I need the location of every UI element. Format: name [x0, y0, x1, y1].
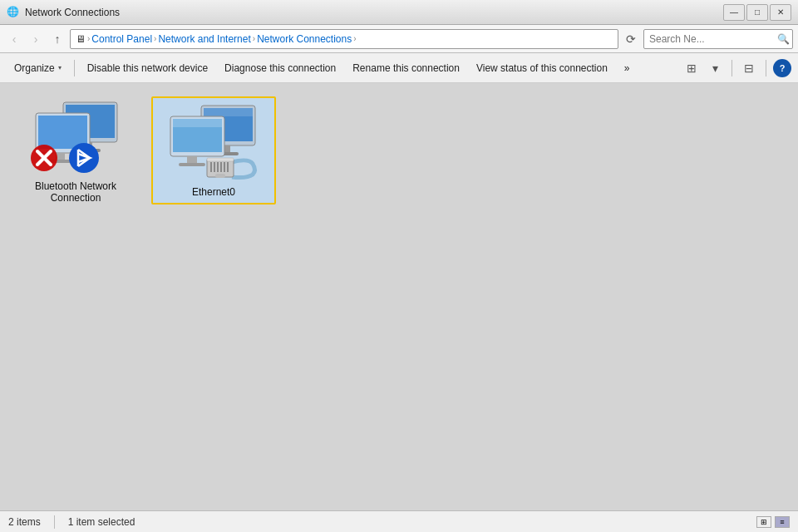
search-input[interactable] [649, 33, 774, 45]
disable-label: Disable this network device [87, 62, 208, 74]
rename-label: Rename this connection [352, 62, 460, 74]
view-status-button[interactable]: View status of this connection [469, 57, 615, 79]
toolbar-separator-2 [732, 60, 732, 76]
search-icon: 🔍 [777, 33, 790, 45]
title-controls: — □ ✕ [723, 4, 791, 21]
svg-rect-25 [214, 162, 215, 172]
view-change-button[interactable]: ⊞ [682, 58, 702, 78]
selection-status: 1 item selected [68, 516, 135, 528]
status-bar: 2 items 1 item selected ⊞ ≡ [0, 510, 798, 532]
toolbar-separator-1 [74, 60, 75, 76]
preview-pane-button[interactable]: ⊟ [739, 58, 759, 78]
bluetooth-network-icon [26, 98, 126, 177]
forward-button[interactable]: › [27, 30, 45, 48]
large-icons-view-button[interactable]: ⊞ [756, 516, 771, 528]
svg-rect-26 [217, 162, 219, 172]
diagnose-label: Diagnose this connection [224, 62, 336, 74]
svg-rect-20 [173, 119, 222, 127]
maximize-button[interactable]: □ [746, 4, 768, 21]
svg-rect-24 [210, 162, 212, 172]
minimize-button[interactable]: — [723, 4, 745, 21]
svg-rect-27 [220, 162, 222, 172]
svg-rect-31 [215, 174, 225, 178]
view-status-label: View status of this connection [476, 62, 608, 74]
organize-chevron: ▾ [58, 64, 62, 71]
status-separator [54, 515, 55, 529]
bluetooth-label: Bluetooth Network Connection [20, 180, 131, 204]
toolbar-separator-3 [766, 60, 766, 76]
window-title: Network Connections [25, 7, 120, 18]
bluetooth-item[interactable]: Bluetooth Network Connection [13, 96, 138, 204]
svg-rect-15 [204, 108, 253, 116]
svg-rect-28 [224, 162, 225, 172]
help-button[interactable]: ? [773, 59, 791, 77]
diagnose-button[interactable]: Diagnose this connection [217, 57, 343, 79]
network-internet-link[interactable]: Network and Internet [158, 33, 250, 45]
more-label: » [624, 62, 630, 74]
title-bar: 🌐 Network Connections — □ ✕ [0, 0, 798, 25]
svg-rect-21 [187, 156, 197, 163]
ethernet-icon [164, 104, 264, 183]
window-icon: 🌐 [7, 6, 20, 19]
search-box[interactable]: 🔍 [643, 29, 793, 49]
ethernet-item[interactable]: Ethernet0 [151, 96, 276, 204]
view-dropdown-button[interactable]: ▾ [705, 58, 725, 78]
organize-button[interactable]: Organize ▾ [7, 57, 69, 79]
small-icons-view-button[interactable]: ≡ [775, 516, 790, 528]
path-icon: 🖥 [76, 33, 86, 45]
toolbar: Organize ▾ Disable this network device D… [0, 53, 798, 83]
network-connections-link[interactable]: Network Connections [257, 33, 352, 45]
disable-network-button[interactable]: Disable this network device [80, 57, 215, 79]
address-path[interactable]: 🖥 › Control Panel › Network and Internet… [70, 29, 618, 49]
refresh-button[interactable]: ⟳ [622, 30, 640, 48]
organize-label: Organize [14, 62, 55, 74]
svg-rect-30 [207, 158, 234, 161]
address-bar: ‹ › ↑ 🖥 › Control Panel › Network and In… [0, 25, 798, 53]
rename-button[interactable]: Rename this connection [345, 57, 467, 79]
control-panel-link[interactable]: Control Panel [91, 33, 152, 45]
bluetooth-icon-area [26, 98, 126, 177]
svg-rect-29 [227, 162, 229, 172]
item-count: 2 items [8, 516, 41, 528]
toolbar-right: ⊞ ▾ ⊟ ? [682, 58, 791, 78]
more-button[interactable]: » [617, 57, 638, 79]
ethernet-icon-area [164, 104, 264, 183]
status-view-controls: ⊞ ≡ [756, 516, 790, 528]
ethernet-label: Ethernet0 [192, 186, 235, 198]
close-button[interactable]: ✕ [770, 4, 791, 21]
main-content: Bluetooth Network Connection [0, 83, 798, 510]
up-button[interactable]: ↑ [48, 30, 66, 48]
svg-point-11 [69, 143, 99, 173]
svg-rect-22 [179, 163, 205, 166]
back-button[interactable]: ‹ [5, 30, 23, 48]
